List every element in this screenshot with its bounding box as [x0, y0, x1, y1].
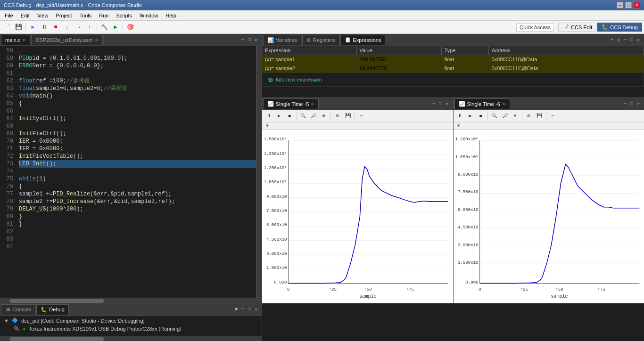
- g2-close-btn[interactable]: ✕: [636, 101, 641, 106]
- maximize-expr-btn[interactable]: □: [629, 37, 635, 42]
- table-row-add[interactable]: ⊕ Add new expression: [262, 73, 644, 87]
- g2-run-btn[interactable]: ▶: [466, 111, 475, 121]
- save-btn[interactable]: 💾: [13, 22, 24, 32]
- svg-text:0: 0: [478, 287, 480, 292]
- project-collapse-icon[interactable]: ▼: [4, 318, 9, 324]
- stop-debug-btn[interactable]: ■: [233, 307, 239, 312]
- console-panel: 🖥 Console 🐛 Debug ■ ─ □ ✕: [0, 303, 262, 336]
- close-console-btn[interactable]: ✕: [253, 307, 259, 312]
- maximize-editor-btn[interactable]: □: [247, 37, 252, 42]
- menu-view[interactable]: View: [34, 12, 51, 19]
- g1-zoom-out-btn[interactable]: 🔎: [309, 111, 318, 121]
- graph2-tab[interactable]: 📈 Single Time -6 ✕: [454, 98, 510, 109]
- tab-debug[interactable]: 🐛 Debug: [36, 304, 68, 315]
- step-over-btn[interactable]: →: [73, 22, 83, 32]
- menu-help[interactable]: Help: [163, 12, 179, 19]
- g1-close-btn[interactable]: ✕: [444, 101, 450, 106]
- graph1-close[interactable]: ✕: [311, 102, 314, 106]
- close-editor-btn[interactable]: ✕: [253, 37, 259, 43]
- bottom-h-scrollbar[interactable]: [0, 336, 262, 341]
- tab-main-c-close[interactable]: ✕: [22, 38, 26, 42]
- g1-maximize-btn[interactable]: □: [438, 101, 443, 106]
- horizontal-scrollbar[interactable]: [0, 298, 262, 303]
- stop-btn[interactable]: ■: [50, 22, 61, 32]
- tab-console[interactable]: 🖥 Console: [1, 304, 35, 315]
- menu-edit[interactable]: Edit: [18, 12, 33, 19]
- minimize-button[interactable]: ─: [617, 2, 623, 8]
- g1-export-btn[interactable]: 💾: [343, 111, 353, 121]
- minimize-editor-btn[interactable]: ─: [240, 37, 246, 42]
- g1-zoom-x-btn[interactable]: ⊕: [319, 111, 329, 121]
- g2-maximize-btn[interactable]: □: [629, 101, 635, 106]
- g1-minimize-btn[interactable]: ─: [431, 101, 437, 106]
- step-return-btn[interactable]: ↑: [84, 22, 95, 32]
- g2-export-btn[interactable]: 💾: [535, 111, 544, 121]
- pause-btn[interactable]: ⏸: [39, 22, 50, 32]
- code-lines[interactable]: PID pid = { 0.1, 0.01, 0.001, 100.0 };ER…: [15, 46, 256, 298]
- maximize-console-btn[interactable]: □: [247, 307, 252, 312]
- g1-zoom-in-btn[interactable]: 🔍: [298, 111, 308, 121]
- graph2-title: Single Time -6: [467, 101, 500, 107]
- g2-zoom-x-btn[interactable]: ⊕: [511, 111, 520, 121]
- g1-stop-btn[interactable]: ■: [285, 111, 294, 121]
- graph1-icon: 📈: [267, 101, 274, 107]
- editor-tab-bar: main.c ✕ DSP2833x_usDelay.asm ✕ ─ □ ✕: [0, 34, 262, 46]
- project-icon: 🔷: [12, 317, 18, 324]
- g2-zoom-in-btn[interactable]: 🔍: [490, 111, 499, 121]
- step-into-btn[interactable]: ↓: [62, 22, 72, 32]
- tab-dsp-delay-close[interactable]: ✕: [95, 38, 99, 42]
- g2-zoom-out-btn[interactable]: 🔎: [500, 111, 510, 121]
- close-expr-btn[interactable]: ✕: [636, 37, 641, 43]
- running-icon: ●: [23, 326, 26, 332]
- graph1-tab[interactable]: 📈 Single Time -5 ✕: [263, 98, 319, 109]
- expr-sample1-name: (x)= sample1: [262, 55, 356, 64]
- g2-minimize-btn[interactable]: ─: [622, 101, 628, 106]
- toolbar-separator-4: [556, 23, 556, 32]
- g1-pause-btn[interactable]: ⏸: [264, 111, 273, 121]
- g2-stop-btn[interactable]: ■: [476, 111, 486, 121]
- tab-expressions-icon: 📋: [345, 37, 351, 43]
- add-expr-btn[interactable]: +: [609, 37, 615, 42]
- graph2-close[interactable]: ✕: [502, 102, 506, 106]
- tab-registers[interactable]: ⚙ Registers: [302, 35, 339, 45]
- remove-expr-btn[interactable]: ✕: [616, 37, 621, 43]
- console-content: ▼ 🔷 dsp_pid [Code Composer Studio - Devi…: [0, 316, 262, 336]
- tab-main-c[interactable]: main.c ✕: [1, 35, 30, 45]
- debug-btn[interactable]: ▶: [28, 22, 38, 32]
- run-btn[interactable]: ▶: [110, 22, 121, 32]
- add-expression-btn[interactable]: ⊕ Add new expression: [265, 74, 641, 85]
- target-btn[interactable]: 🎯: [125, 22, 135, 32]
- menu-run[interactable]: Run: [96, 12, 111, 19]
- menu-scripts[interactable]: Scripts: [113, 12, 135, 19]
- g2-marker-btn[interactable]: ✂: [548, 111, 558, 121]
- tab-expressions[interactable]: 📋 Expressions: [340, 35, 386, 45]
- g2-settings-btn[interactable]: ⚙: [524, 111, 534, 121]
- tab-variables[interactable]: 📊 Variables: [263, 35, 301, 45]
- vertical-scrollbar[interactable]: [256, 46, 262, 298]
- ccs-debug-button[interactable]: 🐛 CCS Debug: [597, 23, 642, 32]
- g1-run-btn[interactable]: ▶: [274, 111, 284, 121]
- svg-text:+50: +50: [364, 287, 372, 292]
- minimize-console-btn[interactable]: ─: [240, 307, 246, 312]
- g2-pause-btn[interactable]: ⏸: [455, 111, 465, 121]
- tab-dsp-delay[interactable]: DSP2833x_usDelay.asm ✕: [31, 35, 102, 45]
- g1-settings-btn[interactable]: ⚙: [333, 111, 342, 121]
- minimize-expr-btn[interactable]: ─: [622, 37, 628, 42]
- build-btn[interactable]: 🔨: [99, 22, 109, 32]
- menu-tools[interactable]: Tools: [77, 12, 95, 19]
- titlebar-controls[interactable]: ─ □ ✕: [617, 2, 640, 8]
- menu-file[interactable]: File: [2, 12, 16, 19]
- svg-text:9.000x10: 9.000x10: [457, 172, 478, 177]
- g1-marker-btn[interactable]: ✂: [357, 111, 366, 121]
- close-button[interactable]: ✕: [634, 2, 640, 8]
- g2-sep3: [546, 112, 546, 120]
- g2-drop-chevron: ▼: [457, 123, 460, 129]
- maximize-button[interactable]: □: [625, 2, 632, 8]
- menu-window[interactable]: Window: [137, 12, 161, 19]
- menu-project[interactable]: Project: [53, 12, 74, 19]
- h-scrollbar-thumb[interactable]: [9, 299, 104, 303]
- ccs-edit-button[interactable]: 📝 CCS Edit: [558, 23, 596, 32]
- bottom-h-scrollbar-thumb[interactable]: [9, 337, 104, 341]
- expr-sample1-value: 100.692551: [356, 55, 441, 64]
- new-btn[interactable]: 📄: [2, 22, 12, 32]
